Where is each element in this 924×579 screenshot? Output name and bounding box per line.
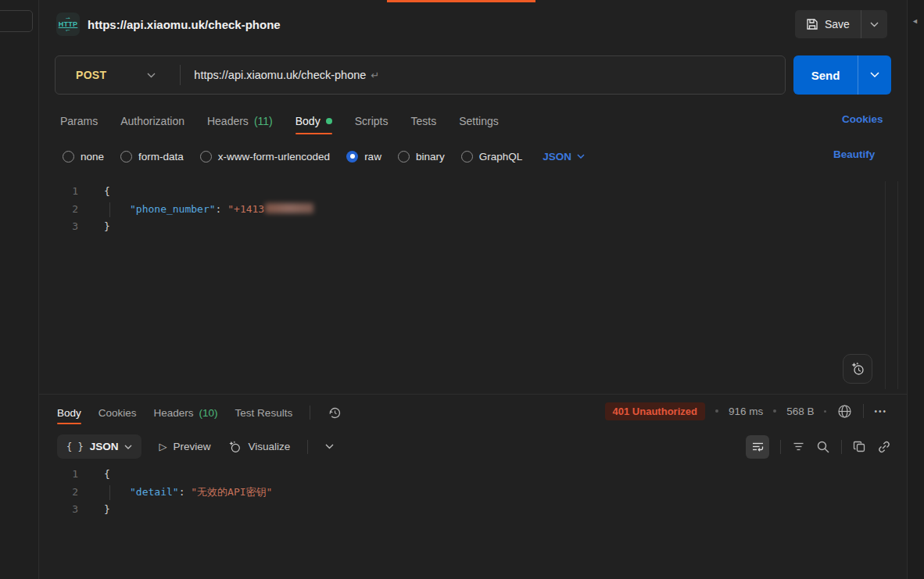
dot-separator bbox=[773, 409, 776, 413]
visualize-button[interactable]: Visualize bbox=[227, 440, 290, 454]
send-button-group: Send bbox=[793, 55, 891, 95]
json-key: "phone_number" bbox=[130, 203, 216, 215]
network-info-button[interactable] bbox=[836, 403, 853, 420]
code-text: { bbox=[88, 183, 110, 201]
divider bbox=[307, 440, 308, 454]
body-type-none[interactable]: none bbox=[63, 151, 104, 163]
left-sidebar-rail bbox=[0, 0, 39, 579]
copy-response-button[interactable] bbox=[853, 440, 866, 453]
history-clock-icon bbox=[328, 406, 342, 420]
panel-border bbox=[897, 181, 898, 389]
sidebar-collapsed-box[interactable] bbox=[0, 10, 33, 32]
response-time[interactable]: 916 ms bbox=[729, 406, 763, 417]
cookies-link[interactable]: Cookies bbox=[842, 113, 883, 125]
more-formats-chevron-icon[interactable] bbox=[325, 444, 334, 449]
radio-icon bbox=[398, 151, 410, 163]
postbot-button[interactable] bbox=[843, 354, 872, 384]
radio-icon bbox=[461, 151, 473, 163]
request-response-divider[interactable] bbox=[39, 394, 907, 395]
globe-icon bbox=[836, 403, 853, 420]
line-number: 2 bbox=[48, 201, 88, 219]
radio-icon bbox=[120, 151, 132, 163]
language-dropdown[interactable]: JSON bbox=[543, 151, 585, 163]
tab-label: Params bbox=[60, 115, 98, 127]
postbot-sparkle-icon bbox=[850, 361, 865, 377]
body-type-graphql[interactable]: GraphQL bbox=[461, 151, 523, 163]
body-type-raw[interactable]: raw bbox=[346, 151, 381, 163]
radio-label: form-data bbox=[138, 151, 184, 163]
resp-tab-cookies[interactable]: Cookies bbox=[98, 407, 137, 419]
request-body-editor[interactable]: 1 { 2 "phone_number": "+1413 3 } bbox=[48, 183, 885, 236]
search-response-button[interactable] bbox=[816, 440, 830, 454]
resp-tab-headers[interactable]: Headers(10) bbox=[154, 407, 218, 419]
tab-label: Authorization bbox=[120, 115, 184, 127]
radio-selected-icon bbox=[346, 151, 358, 163]
radio-label: none bbox=[81, 151, 104, 163]
tab-tests[interactable]: Tests bbox=[410, 115, 436, 127]
body-type-binary[interactable]: binary bbox=[398, 151, 445, 163]
radio-label: binary bbox=[416, 151, 445, 163]
response-tools-right bbox=[746, 434, 891, 459]
code-line: 3 } bbox=[48, 501, 885, 519]
body-type-urlencoded[interactable]: x-www-form-urlencoded bbox=[200, 151, 330, 163]
request-title: https://api.xiaomu.uk/check-phone bbox=[88, 18, 281, 31]
headers-count-badge: (10) bbox=[199, 407, 218, 419]
status-badge[interactable]: 401 Unauthorized bbox=[605, 402, 705, 420]
send-dropdown-button[interactable] bbox=[858, 72, 891, 78]
tab-authorization[interactable]: Authorization bbox=[120, 115, 184, 127]
format-label: JSON bbox=[90, 441, 119, 452]
headers-count-badge: (11) bbox=[254, 115, 273, 127]
line-number: 3 bbox=[48, 218, 88, 236]
resp-tab-test-results[interactable]: Test Results bbox=[235, 407, 293, 419]
tab-label: Scripts bbox=[355, 115, 389, 127]
radio-icon bbox=[200, 151, 212, 163]
resp-tab-body[interactable]: Body bbox=[57, 407, 81, 419]
body-type-form-data[interactable]: form-data bbox=[120, 151, 184, 163]
right-sidebar-rail bbox=[907, 0, 924, 579]
tab-scripts[interactable]: Scripts bbox=[355, 115, 389, 127]
beautify-link[interactable]: Beautify bbox=[833, 148, 875, 160]
send-button[interactable]: Send bbox=[793, 69, 858, 82]
tab-headers[interactable]: Headers(11) bbox=[207, 115, 273, 127]
save-dropdown-button[interactable] bbox=[861, 10, 887, 38]
tab-settings[interactable]: Settings bbox=[459, 115, 499, 127]
code-text: "phone_number": "+1413 bbox=[88, 201, 313, 219]
chevron-down-icon bbox=[870, 22, 879, 27]
tab-params[interactable]: Params bbox=[60, 115, 98, 127]
response-history-button[interactable] bbox=[328, 406, 342, 420]
chevron-down-icon bbox=[870, 72, 879, 78]
code-text: "detail": "无效的API密钥" bbox=[88, 484, 272, 502]
response-options-button[interactable]: ••• bbox=[874, 407, 887, 416]
tab-body[interactable]: Body bbox=[295, 115, 332, 127]
play-icon: ▷ bbox=[159, 441, 167, 452]
collapse-panel-arrow-icon[interactable]: ◄ bbox=[911, 17, 919, 25]
code-line: 1 { bbox=[48, 183, 885, 201]
response-toolbar: { } JSON ▷ Preview Visualize bbox=[57, 434, 334, 459]
filter-button[interactable] bbox=[792, 440, 805, 453]
json-key: "detail" bbox=[130, 486, 179, 498]
visualize-sparkle-icon bbox=[227, 440, 242, 454]
save-button[interactable]: Save bbox=[795, 10, 861, 38]
chevron-down-icon bbox=[147, 73, 156, 78]
method-dropdown-button[interactable] bbox=[147, 73, 156, 78]
redacted-phone-value bbox=[265, 203, 313, 213]
tab-label: Headers bbox=[154, 407, 194, 419]
preview-button[interactable]: ▷ Preview bbox=[159, 441, 210, 452]
language-label: JSON bbox=[543, 151, 571, 163]
response-format-dropdown[interactable]: { } JSON bbox=[57, 434, 141, 459]
save-button-label: Save bbox=[825, 18, 850, 30]
method-selector[interactable]: POST bbox=[56, 69, 106, 81]
active-tab-top-indicator bbox=[387, 0, 535, 2]
divider bbox=[841, 440, 842, 454]
chevron-down-icon bbox=[577, 154, 585, 159]
divider bbox=[863, 404, 864, 418]
radio-icon bbox=[63, 151, 74, 163]
url-input[interactable]: https://api.xiaomu.uk/check-phone bbox=[194, 69, 366, 81]
wrap-text-button[interactable] bbox=[746, 435, 769, 459]
share-link-button[interactable] bbox=[877, 440, 891, 454]
response-body-viewer[interactable]: 1 { 2 "detail": "无效的API密钥" 3 } bbox=[48, 466, 885, 519]
tab-label: Headers bbox=[207, 115, 249, 127]
copy-icon bbox=[853, 440, 866, 453]
code-text: } bbox=[88, 218, 110, 236]
response-size[interactable]: 568 B bbox=[786, 406, 814, 417]
